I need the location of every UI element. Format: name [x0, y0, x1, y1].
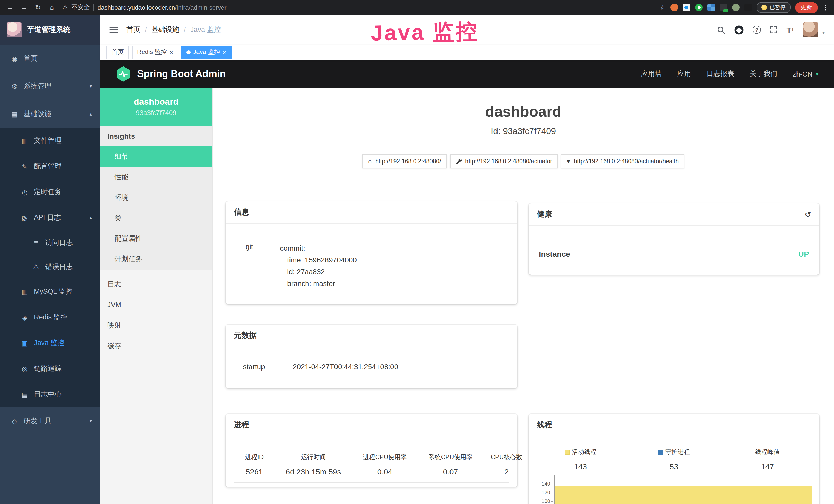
- git-commit-line: commit:: [280, 243, 509, 254]
- sidebar-item-api-logs[interactable]: ▧API 日志▴: [0, 205, 100, 231]
- security-warning-icon[interactable]: ⚠: [63, 4, 68, 11]
- extension-icon-3[interactable]: [695, 4, 703, 11]
- sba-nav-about[interactable]: 关于我们: [749, 69, 777, 78]
- help-icon[interactable]: ?: [753, 26, 761, 34]
- extension-icon-5[interactable]: [720, 4, 727, 11]
- health-instance-row[interactable]: Instance UP: [539, 250, 809, 267]
- fullscreen-icon[interactable]: [770, 26, 778, 34]
- app-logo[interactable]: 芋道管理系统: [0, 15, 100, 45]
- extension-icon-4[interactable]: [707, 4, 715, 11]
- bookmark-star-icon[interactable]: ☆: [660, 4, 666, 11]
- back-icon[interactable]: ←: [5, 4, 16, 11]
- sba-item-scheduled-tasks[interactable]: 计划任务: [100, 249, 212, 270]
- sba-nav-applications[interactable]: 应用: [677, 69, 691, 78]
- insights-section: Insights 细节 性能 环境 类 配置属性 计划任务: [100, 126, 212, 270]
- card-metadata: 元数据 startup 2021-04-27T00:44:31.254+08:0…: [225, 324, 517, 388]
- sidebar-item-label: 首页: [24, 54, 38, 63]
- sidebar-item-config-management[interactable]: ✎配置管理: [0, 154, 100, 179]
- sidebar-item-home[interactable]: ◉首页: [0, 45, 100, 72]
- sba-item-config-props[interactable]: 配置属性: [100, 229, 212, 249]
- home-icon: ⌂: [368, 158, 372, 165]
- tab-label: Redis 监控: [137, 48, 167, 56]
- card-process-header: 进程: [225, 414, 517, 436]
- sidebar-item-dev-tools[interactable]: ◇研发工具▾: [0, 407, 100, 435]
- process-col-header: 运行时间: [275, 453, 352, 462]
- home-icon[interactable]: ⌂: [47, 4, 57, 11]
- process-col-value: 0.07: [418, 467, 483, 476]
- security-label[interactable]: 不安全: [71, 3, 90, 12]
- wrench-icon: [455, 158, 462, 164]
- instance-header[interactable]: dashboard 93a3fc7f7409: [100, 88, 212, 126]
- sidebar-item-error-logs[interactable]: ⚠错误日志: [0, 255, 100, 279]
- sba-nav-journal[interactable]: 日志报表: [706, 69, 734, 78]
- log-center-icon: ▤: [21, 391, 29, 398]
- breadcrumb-separator: /: [145, 26, 147, 33]
- actuator-url-link[interactable]: http://192.168.0.2:48080/actuator: [450, 154, 558, 168]
- github-icon[interactable]: [734, 25, 744, 35]
- sba-item-environment[interactable]: 环境: [100, 187, 212, 208]
- close-icon[interactable]: ×: [170, 49, 173, 55]
- browser-menu-icon[interactable]: ⋮: [822, 4, 829, 11]
- extension-icon-6[interactable]: [732, 4, 740, 11]
- sidebar-item-label: Java 监控: [34, 338, 64, 348]
- address-bar[interactable]: ⚠ 不安全 dashboard.yudao.iocoder.cn/infra/a…: [61, 3, 656, 12]
- sidebar-item-trace[interactable]: ◎链路追踪: [0, 356, 100, 382]
- sba-item-details[interactable]: 细节: [100, 146, 212, 167]
- spring-boot-admin: Spring Boot Admin 应用墙 应用 日志报表 关于我们 zh-CN…: [100, 60, 834, 504]
- avatar[interactable]: [803, 22, 818, 38]
- sidebar-item-infrastructure[interactable]: ▤基础设施▴: [0, 100, 100, 128]
- close-icon[interactable]: ×: [223, 49, 226, 55]
- forward-icon[interactable]: →: [19, 4, 29, 11]
- sidebar-item-label: API 日志: [34, 213, 61, 222]
- git-id-line: id: 27aa832: [280, 266, 509, 278]
- extension-icon-1[interactable]: [671, 4, 678, 11]
- tab-java-monitor[interactable]: Java 监控×: [181, 45, 232, 59]
- url-host[interactable]: dashboard.yudao.iocoder.cn: [97, 4, 175, 11]
- service-url-link[interactable]: ⌂http://192.168.0.2:48080/: [363, 154, 447, 168]
- sba-item-jvm[interactable]: JVM: [100, 295, 212, 315]
- sidebar-item-redis-monitor[interactable]: ◈Redis 监控: [0, 304, 100, 330]
- update-button[interactable]: 更新: [795, 2, 817, 13]
- sidebar-item-log-center[interactable]: ▤日志中心: [0, 382, 100, 407]
- tab-redis-monitor[interactable]: Redis 监控×: [132, 45, 178, 59]
- sba-nav-wallboard[interactable]: 应用墙: [641, 69, 662, 78]
- sba-brand[interactable]: Spring Boot Admin: [137, 68, 226, 79]
- font-size-icon[interactable]: TT: [787, 25, 794, 34]
- sba-item-mappings[interactable]: 映射: [100, 315, 212, 336]
- sidebar-item-access-logs[interactable]: ≡访问日志: [0, 231, 100, 255]
- paused-badge[interactable]: 已暂停: [757, 2, 790, 13]
- process-col-header: 进程CPU使用率: [352, 453, 418, 462]
- reload-icon[interactable]: ↻: [33, 4, 43, 11]
- info-git-row: git commit: time: 1596289704000 id: 27aa…: [234, 243, 509, 297]
- on-badge: [723, 9, 728, 12]
- sidebar-item-label: 日志中心: [34, 390, 62, 399]
- sba-item-performance[interactable]: 性能: [100, 167, 212, 187]
- breadcrumb-infrastructure[interactable]: 基础设施: [152, 25, 179, 35]
- sidebar-item-scheduled-tasks[interactable]: ◷定时任务: [0, 179, 100, 205]
- search-icon[interactable]: [717, 25, 726, 34]
- locale-select[interactable]: zh-CN▾: [793, 70, 818, 78]
- sidebar-item-system-management[interactable]: ⚙系统管理▾: [0, 72, 100, 100]
- health-url-link[interactable]: ♥http://192.168.0.2:48080/actuator/healt…: [561, 154, 684, 168]
- url-text[interactable]: dashboard.yudao.iocoder.cn/infra/admin-s…: [97, 4, 226, 11]
- tab-home[interactable]: 首页: [106, 45, 129, 59]
- extension-icon-7[interactable]: [744, 4, 752, 11]
- card-threads-header: 线程: [529, 414, 819, 436]
- gear-icon: ⚙: [10, 83, 19, 90]
- sidebar-item-java-monitor[interactable]: ▣Java 监控: [0, 330, 100, 356]
- extension-icon-2[interactable]: [683, 4, 690, 11]
- browser-actions: ☆ 已暂停 更新 ⋮: [660, 2, 829, 13]
- sba-item-caches[interactable]: 缓存: [100, 336, 212, 357]
- sidebar-item-file-management[interactable]: ▦文件管理: [0, 128, 100, 154]
- sba-content: dashboard Id: 93a3fc7f7409 ⌂http://192.1…: [213, 88, 834, 504]
- chevron-down-icon[interactable]: ▾: [822, 30, 825, 38]
- process-col-value: 2: [483, 467, 530, 476]
- history-icon[interactable]: ↺: [805, 210, 811, 219]
- sidebar-item-mysql-monitor[interactable]: ▥MySQL 监控: [0, 279, 100, 304]
- sba-item-classes[interactable]: 类: [100, 208, 212, 229]
- breadcrumb-home[interactable]: 首页: [126, 25, 140, 35]
- chevron-up-icon: ▴: [90, 111, 92, 117]
- sidebar-toggle-icon[interactable]: [109, 26, 118, 33]
- url-path[interactable]: /infra/admin-server: [175, 4, 226, 11]
- sba-item-logs[interactable]: 日志: [100, 274, 212, 295]
